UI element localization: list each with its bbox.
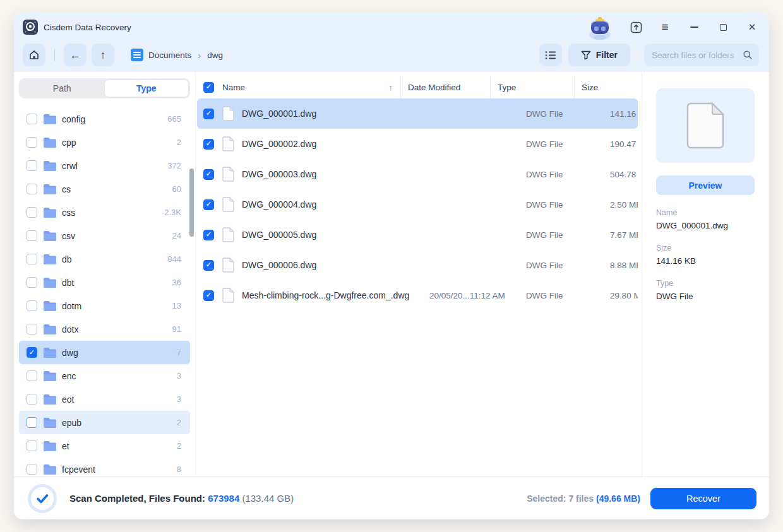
filter-button[interactable]: Filter — [568, 44, 630, 66]
sort-ascending-icon[interactable]: ↑ — [389, 83, 393, 92]
table-row[interactable]: DWG_000003.dwg DWG File 504.78 KB — [197, 159, 638, 189]
app-title: Cisdem Data Recovery — [44, 23, 131, 32]
file-name: DWG_000004.dwg — [242, 199, 429, 210]
folder-name: css — [62, 208, 75, 218]
file-icon — [222, 167, 234, 182]
folder-name: cpp — [62, 138, 76, 148]
minimize-button[interactable] — [687, 20, 701, 34]
folder-name: epub — [62, 418, 81, 428]
file-type: DWG File — [519, 109, 603, 119]
sidebar-folder-item[interactable]: fcpevent 8 — [19, 458, 190, 476]
file-icon — [222, 136, 234, 151]
folder-checkbox[interactable] — [27, 417, 37, 428]
folder-count: 7 — [177, 348, 181, 357]
table-row[interactable]: DWG_000001.dwg DWG File 141.16 KB — [197, 98, 638, 129]
sidebar-folder-item[interactable]: css 2.3K — [19, 201, 190, 224]
folder-checkbox[interactable] — [27, 464, 37, 475]
column-header-size[interactable]: Size — [574, 76, 638, 98]
search-icon[interactable] — [743, 50, 753, 60]
sidebar: Path Type config 665 — [14, 72, 196, 476]
status-bar: Scan Completed, Files Found: 673984 (133… — [14, 476, 769, 519]
name-column-label: Name — [222, 83, 245, 92]
table-row[interactable]: DWG_000005.dwg DWG File 7.67 MB — [197, 220, 638, 250]
home-button[interactable] — [23, 44, 45, 66]
row-checkbox[interactable] — [203, 230, 214, 240]
sidebar-folder-item[interactable]: dotm 13 — [19, 294, 190, 317]
recover-button[interactable]: Recover — [650, 488, 756, 509]
export-icon[interactable] — [629, 20, 643, 34]
close-button[interactable]: ✕ — [745, 20, 759, 34]
table-row[interactable]: Mesh-climbing-rock...g-Dwgfree.com_.dwg … — [197, 280, 638, 310]
total-scan-size: (133.44 GB) — [242, 493, 294, 504]
column-header-name[interactable]: Name ↑ — [197, 76, 400, 98]
sidebar-folder-item[interactable]: crwl 372 — [19, 154, 190, 177]
folder-checkbox[interactable] — [27, 254, 37, 264]
folder-checkbox[interactable] — [27, 394, 37, 405]
sidebar-folder-item[interactable]: epub 2 — [19, 411, 190, 434]
folder-checkbox[interactable] — [27, 277, 37, 288]
row-checkbox[interactable] — [203, 199, 214, 210]
funnel-icon — [581, 50, 591, 60]
folder-name: dwg — [62, 348, 78, 358]
folder-checkbox[interactable] — [27, 440, 37, 451]
select-all-checkbox[interactable] — [203, 82, 214, 93]
row-checkbox[interactable] — [203, 290, 214, 301]
assistant-mascot-icon[interactable] — [586, 16, 614, 41]
sidebar-folder-item[interactable]: dbt 36 — [19, 271, 190, 294]
row-checkbox[interactable] — [203, 260, 214, 271]
maximize-button[interactable] — [716, 20, 730, 34]
row-checkbox[interactable] — [203, 109, 214, 119]
sidebar-folder-item[interactable]: et 2 — [19, 434, 190, 458]
tab-type[interactable]: Type — [104, 80, 189, 97]
folder-icon — [43, 114, 57, 125]
column-header-type[interactable]: Type — [490, 76, 574, 98]
sidebar-folder-item[interactable]: dotx 91 — [19, 317, 190, 341]
sidebar-folder-item[interactable]: db 844 — [19, 247, 190, 271]
sidebar-folder-item[interactable]: enc 3 — [19, 364, 190, 387]
preview-thumbnail — [656, 88, 755, 163]
preview-button[interactable]: Preview — [656, 175, 755, 195]
sidebar-scrollbar[interactable] — [189, 168, 194, 237]
folder-checkbox[interactable] — [27, 207, 37, 218]
file-size: 141.16 KB — [603, 109, 638, 119]
sidebar-folder-item[interactable]: config 665 — [19, 107, 190, 131]
folder-checkbox[interactable] — [27, 137, 37, 148]
folder-checkbox[interactable] — [27, 300, 37, 311]
folder-checkbox[interactable] — [27, 184, 37, 194]
sidebar-tabs: Path Type — [19, 78, 190, 98]
up-button[interactable]: ↑ — [92, 44, 114, 66]
sidebar-folder-item[interactable]: cpp 2 — [19, 131, 190, 154]
table-row[interactable]: DWG_000004.dwg DWG File 2.50 MB — [197, 189, 638, 220]
file-size: 190.47 KB — [603, 139, 638, 149]
folder-count: 3 — [177, 371, 181, 381]
row-checkbox[interactable] — [203, 139, 214, 150]
folder-checkbox[interactable] — [27, 324, 37, 334]
row-checkbox[interactable] — [203, 169, 214, 180]
folder-checkbox[interactable] — [27, 347, 37, 358]
chevron-right-icon: › — [196, 50, 202, 61]
sidebar-folder-item[interactable]: dwg 7 — [19, 341, 190, 364]
list-view-button[interactable] — [539, 44, 562, 66]
table-row[interactable]: DWG_000002.dwg DWG File 190.47 KB — [197, 129, 638, 159]
folder-name: db — [62, 254, 72, 264]
sidebar-folder-item[interactable]: cs 60 — [19, 177, 190, 201]
folder-checkbox[interactable] — [27, 114, 37, 124]
scan-status-prefix: Scan Completed, Files Found: — [69, 493, 205, 504]
search-box — [644, 44, 759, 66]
menu-icon[interactable]: ≡ — [658, 20, 672, 34]
file-icon — [222, 227, 234, 242]
tab-path[interactable]: Path — [20, 80, 104, 97]
breadcrumb-current[interactable]: dwg — [207, 50, 223, 60]
breadcrumb-root[interactable]: Documents — [148, 50, 191, 60]
folder-checkbox[interactable] — [27, 160, 37, 171]
table-row[interactable]: DWG_000006.dwg DWG File 8.88 MB — [197, 250, 638, 280]
column-header-date[interactable]: Date Modified — [400, 76, 490, 98]
detail-value: 141.16 KB — [656, 256, 756, 266]
sidebar-folder-item[interactable]: eot 3 — [19, 387, 190, 411]
sidebar-folder-item[interactable]: csv 24 — [19, 224, 190, 247]
back-button[interactable]: ← — [64, 44, 87, 66]
search-input[interactable] — [652, 50, 743, 60]
folder-checkbox[interactable] — [27, 230, 37, 241]
breadcrumb: Documents › dwg — [131, 49, 223, 61]
folder-checkbox[interactable] — [27, 370, 37, 381]
